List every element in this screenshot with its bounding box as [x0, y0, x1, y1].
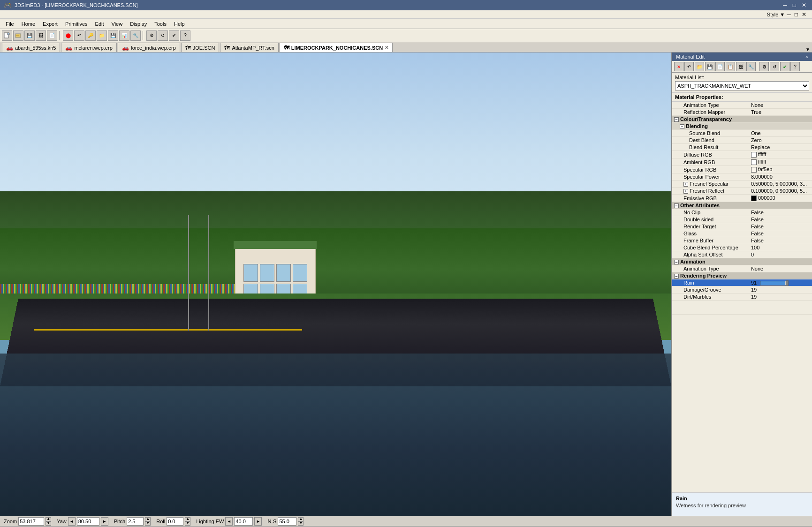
diffuse-color-swatch[interactable]	[751, 152, 757, 158]
yaw-next[interactable]: ►	[101, 517, 108, 526]
zoom-input[interactable]	[18, 517, 44, 526]
ambient-color-swatch[interactable]	[751, 159, 757, 165]
menu-home[interactable]: Home	[18, 20, 39, 28]
style-min[interactable]: ─	[785, 11, 793, 18]
specular-power-value[interactable]: 8.000000	[749, 173, 812, 181]
render-target-value[interactable]: False	[749, 223, 812, 230]
alpha-sort-value[interactable]: 0	[749, 251, 812, 258]
toolbar-save[interactable]: 💾	[24, 30, 35, 41]
diffuse-rgb-value[interactable]: ffffff	[749, 151, 812, 158]
cube-blend-value[interactable]: 100	[749, 244, 812, 251]
tab-limerockpark-close[interactable]: ✕	[385, 45, 388, 50]
menu-primitives[interactable]: Primitives	[61, 20, 91, 28]
panel-btn-7[interactable]: ⚙	[759, 62, 769, 71]
tab-overflow[interactable]: ▼	[805, 47, 810, 52]
no-clip-value[interactable]: False	[749, 209, 812, 216]
menu-file[interactable]: File	[2, 20, 18, 28]
close-button[interactable]: ✕	[800, 2, 808, 8]
maximize-button[interactable]: □	[791, 2, 798, 8]
prop-reflection-mapper-value[interactable]: True	[749, 109, 812, 116]
tab-mclaren[interactable]: 🚗 mclaren.wep.erp	[61, 43, 116, 52]
style-close[interactable]: ✕	[800, 11, 808, 18]
collapse-rendering[interactable]: −	[674, 274, 679, 279]
yaw-input[interactable]	[77, 517, 99, 526]
minimize-button[interactable]: ─	[781, 2, 789, 8]
pitch-down[interactable]: ▼	[145, 521, 151, 526]
collapse-other[interactable]: −	[674, 203, 679, 208]
panel-btn-8[interactable]: ↺	[770, 62, 779, 71]
double-sided-value[interactable]: False	[749, 216, 812, 223]
emissive-color-swatch[interactable]	[751, 196, 757, 201]
lighting-prev[interactable]: ◄	[225, 517, 233, 526]
dest-blend-value[interactable]: Zero	[749, 137, 812, 144]
panel-btn-load[interactable]: 📁	[695, 62, 704, 71]
zoom-down[interactable]: ▼	[46, 521, 51, 526]
toolbar-help[interactable]: ?	[180, 30, 190, 41]
toolbar-btn14[interactable]: ↺	[158, 30, 168, 41]
rain-slider[interactable]	[760, 281, 788, 286]
fresnel-specular-value[interactable]: 0.500000, 5.000000, 3...	[749, 181, 812, 188]
panel-btn-6[interactable]: 🔧	[746, 62, 756, 71]
section-other-attributes[interactable]: −Other Attributes	[672, 202, 812, 209]
toolbar-btn11[interactable]: 📊	[119, 30, 129, 41]
panel-btn-save[interactable]: 💾	[705, 62, 714, 71]
ambient-rgb-value[interactable]: ffffff	[749, 158, 812, 166]
subsection-blending[interactable]: −Blending	[672, 123, 812, 130]
panel-btn-reset[interactable]: ↶	[684, 62, 694, 71]
animation-type2-value[interactable]: None	[749, 265, 812, 272]
blend-result-value[interactable]: Replace	[749, 144, 812, 151]
menu-tools[interactable]: Tools	[151, 20, 170, 28]
tab-joe[interactable]: 🗺 JOE.SCN	[181, 43, 220, 52]
expand-fresnel-specular[interactable]: +	[683, 182, 688, 187]
toolbar-btn13[interactable]: ⚙	[146, 30, 157, 41]
panel-btn-paste[interactable]: 📋	[726, 62, 735, 71]
toolbar-open[interactable]	[13, 30, 23, 41]
expand-fresnel-reflect[interactable]: +	[683, 189, 688, 194]
menu-export[interactable]: Export	[39, 20, 61, 28]
panel-btn-help[interactable]: ?	[790, 62, 800, 71]
specular-color-swatch[interactable]	[751, 167, 757, 173]
section-animation[interactable]: −Animation	[672, 258, 812, 265]
menu-view[interactable]: View	[108, 20, 127, 28]
toolbar-btn9[interactable]: 📁	[97, 30, 107, 41]
source-blend-value[interactable]: One	[749, 130, 812, 137]
tab-atlantamp[interactable]: 🗺 AtlantaMP_RT.scn	[220, 43, 278, 52]
tab-limerockpark[interactable]: 🗺 LIMEROCKPARK_NOCHICANES.SCN ✕	[280, 43, 393, 52]
tab-abarth[interactable]: 🚗 abarth_595ss.kn5	[2, 43, 60, 52]
toolbar-btn15[interactable]: ✔	[169, 30, 179, 41]
lighting-input[interactable]	[234, 517, 253, 526]
glass-value[interactable]: False	[749, 230, 812, 237]
viewport[interactable]	[0, 53, 671, 516]
toolbar-btn8[interactable]: 🔑	[85, 30, 96, 41]
toolbar-new[interactable]	[2, 30, 12, 41]
specular-rgb-value[interactable]: faf5eb	[749, 166, 812, 173]
collapse-blending[interactable]: −	[680, 124, 684, 129]
lighting-next[interactable]: ►	[254, 517, 262, 526]
menu-display[interactable]: Display	[126, 20, 151, 28]
fresnel-reflect-value[interactable]: 0.100000, 0.900000, 5...	[749, 188, 812, 195]
pitch-input[interactable]	[127, 517, 144, 526]
menu-edit[interactable]: Edit	[91, 20, 108, 28]
toolbar-btn4[interactable]: 🖼	[36, 30, 46, 41]
section-rendering-preview[interactable]: −Rendering Preview	[672, 272, 812, 279]
frame-buffer-value[interactable]: False	[749, 237, 812, 244]
roll-down[interactable]: ▼	[185, 521, 190, 526]
section-colour-transparency[interactable]: −Colour/Transparency	[672, 116, 812, 123]
panel-btn-cancel[interactable]: ✕	[674, 62, 683, 71]
rain-slider-thumb[interactable]	[786, 280, 789, 286]
ns-down[interactable]: ▼	[298, 521, 304, 526]
ns-input[interactable]	[278, 517, 296, 526]
toolbar-btn12[interactable]: 🔧	[130, 30, 141, 41]
damage-groove-value[interactable]: 19	[749, 286, 812, 294]
material-properties-scroll[interactable]: Animation Type None Reflection Mapper Tr…	[672, 102, 812, 492]
toolbar-btn7[interactable]: ↶	[74, 30, 84, 41]
panel-btn-texture[interactable]: 🖼	[736, 62, 745, 71]
collapse-animation[interactable]: −	[674, 260, 679, 264]
emissive-rgb-value[interactable]: 000000	[749, 195, 812, 202]
panel-close-button[interactable]: ×	[805, 54, 808, 60]
material-list-dropdown[interactable]: ASPH_TRACKMAINNEW_WET	[675, 81, 809, 90]
menu-help[interactable]: Help	[170, 20, 189, 28]
panel-btn-copy[interactable]: 📄	[715, 62, 725, 71]
toolbar-btn10[interactable]: 💾	[108, 30, 118, 41]
yaw-prev[interactable]: ◄	[68, 517, 76, 526]
